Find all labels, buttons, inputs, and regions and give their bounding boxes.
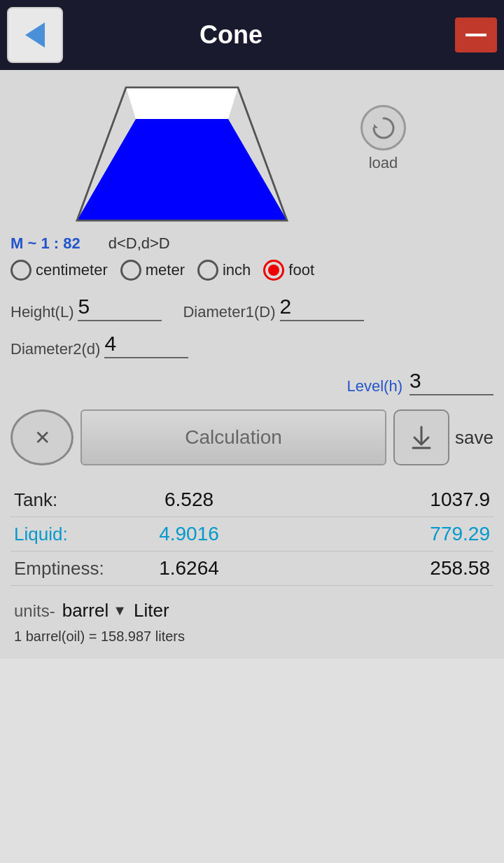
unit-radio-row: centimeter meter inch foot xyxy=(10,260,493,281)
radio-centimeter[interactable]: centimeter xyxy=(10,260,108,281)
download-icon xyxy=(407,423,435,451)
diameter1-label: Diameter1(D) xyxy=(183,303,275,321)
scale-formula-row: M ~ 1 : 82 d<D,d>D xyxy=(10,234,493,253)
cone-area: load xyxy=(10,77,493,231)
radio-label-centimeter: centimeter xyxy=(36,261,108,279)
save-label: save xyxy=(455,427,493,449)
results-section: Tank: 6.528 1037.9 Liquid: 4.9016 779.29… xyxy=(10,479,493,589)
cancel-button[interactable]: ✕ xyxy=(10,409,74,465)
minimize-icon xyxy=(465,34,486,36)
units-row: units- barrel ▼ Liter xyxy=(10,589,493,625)
height-input[interactable] xyxy=(78,295,162,321)
diameter2-label: Diameter2(d) xyxy=(10,340,100,358)
emptiness-value2: 258.58 xyxy=(252,557,490,580)
diameter2-group: Diameter2(d) xyxy=(10,332,188,358)
calculation-label: Calculation xyxy=(185,426,282,449)
tank-value1: 6.528 xyxy=(126,489,252,511)
liter-label: Liter xyxy=(134,600,169,622)
refresh-icon xyxy=(370,114,398,142)
minimize-button[interactable] xyxy=(455,17,497,52)
emptiness-label: Emptiness: xyxy=(14,558,126,580)
formula-text: d<D,d>D xyxy=(108,234,170,253)
radio-label-inch: inch xyxy=(223,261,251,279)
dropdown-arrow-icon: ▼ xyxy=(113,603,127,619)
barrel-value: barrel xyxy=(62,600,108,622)
scale-text: M ~ 1 : 82 xyxy=(10,234,80,253)
radio-meter[interactable]: meter xyxy=(120,260,185,281)
liquid-result-row: Liquid: 4.9016 779.29 xyxy=(10,517,493,552)
radio-selected-indicator xyxy=(268,265,279,276)
svg-marker-4 xyxy=(374,124,378,128)
tank-result-row: Tank: 6.528 1037.9 xyxy=(10,483,493,517)
inputs-section: Height(L) Diameter1(D) Diameter2(d) Leve… xyxy=(10,295,493,395)
units-prefix: units- xyxy=(14,601,55,621)
radio-label-foot: foot xyxy=(288,261,314,279)
diameter1-input[interactable] xyxy=(280,295,364,321)
level-label: Level(h) xyxy=(347,377,402,395)
radio-circle-foot xyxy=(263,260,284,281)
radio-inch[interactable]: inch xyxy=(197,260,251,281)
input-row-1: Height(L) Diameter1(D) xyxy=(10,295,493,321)
load-area: load xyxy=(360,77,406,172)
tank-value2: 1037.9 xyxy=(252,489,490,511)
cancel-icon: ✕ xyxy=(34,426,50,449)
diameter2-input[interactable] xyxy=(104,332,188,358)
emptiness-result-row: Emptiness: 1.6264 258.58 xyxy=(10,552,493,586)
load-label: load xyxy=(369,154,398,172)
liquid-label: Liquid: xyxy=(14,524,126,545)
buttons-row: ✕ Calculation save xyxy=(10,409,493,465)
level-input[interactable] xyxy=(410,369,493,395)
radio-label-meter: meter xyxy=(146,261,185,279)
height-group: Height(L) xyxy=(10,295,162,321)
load-button[interactable] xyxy=(360,105,406,150)
radio-circle-centimeter xyxy=(10,260,31,281)
svg-marker-2 xyxy=(126,87,238,119)
cone-svg xyxy=(70,80,294,227)
conversion-text: 1 barrel(oil) = 158.987 liters xyxy=(10,625,493,652)
cone-diagram xyxy=(10,77,354,231)
header: Cone xyxy=(0,0,504,70)
main-content: load M ~ 1 : 82 d<D,d>D centimeter meter… xyxy=(0,70,504,659)
radio-foot[interactable]: foot xyxy=(263,260,314,281)
page-title: Cone xyxy=(7,20,455,50)
liquid-value1: 4.9016 xyxy=(126,523,252,545)
level-row: Level(h) xyxy=(10,369,493,395)
input-row-2: Diameter2(d) xyxy=(10,332,493,358)
radio-circle-inch xyxy=(197,260,218,281)
barrel-dropdown[interactable]: barrel ▼ xyxy=(62,600,127,622)
radio-circle-meter xyxy=(120,260,141,281)
calculation-button[interactable]: Calculation xyxy=(80,409,386,465)
emptiness-value1: 1.6264 xyxy=(126,557,252,580)
diameter1-group: Diameter1(D) xyxy=(183,295,363,321)
tank-label: Tank: xyxy=(14,489,126,511)
liquid-value2: 779.29 xyxy=(252,523,490,545)
download-button[interactable] xyxy=(393,409,449,465)
save-area: save xyxy=(393,409,493,465)
height-label: Height(L) xyxy=(10,303,74,321)
